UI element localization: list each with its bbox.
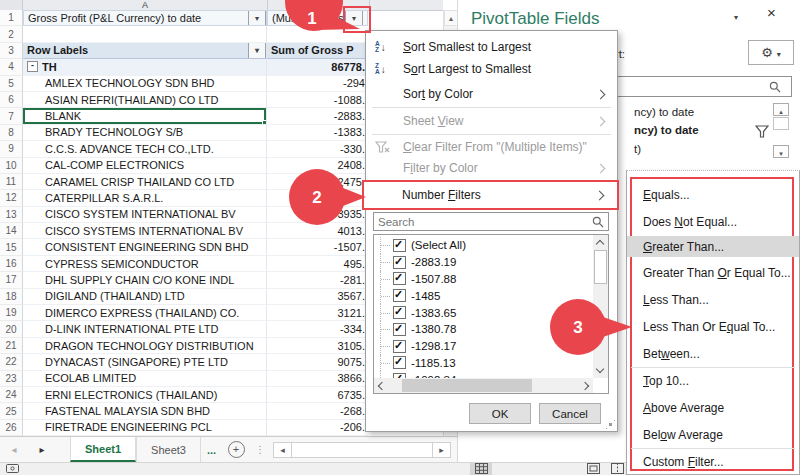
row-number[interactable]: 15 [0, 239, 23, 255]
menu-item-sort-ascending[interactable]: Sort Smallest to Largest [367, 36, 616, 58]
row-number[interactable]: 5 [0, 76, 23, 92]
customer-name-cell[interactable]: DRAGON TECHNOLOGY DISTRIBUTION [23, 338, 267, 354]
normal-view-button[interactable] [470, 463, 492, 475]
empty-cell[interactable] [23, 26, 267, 42]
customer-name-cell[interactable]: CATERPILLAR S.A.R.L. [23, 190, 267, 206]
tab-splitter-handle[interactable] [255, 444, 265, 455]
row-number[interactable]: 7 [0, 108, 23, 124]
cancel-button[interactable]: Cancel [539, 403, 601, 424]
submenu-item-greater-than-or-equal[interactable]: Greater Than Or Equal To... [627, 263, 799, 282]
scroll-up-icon[interactable] [444, 10, 458, 26]
pane-options-icon[interactable] [734, 11, 738, 22]
field-filter-funnel-icon[interactable] [755, 125, 769, 139]
submenu-item-between[interactable]: Between... [627, 344, 799, 363]
resize-grip[interactable] [609, 423, 612, 426]
row-number[interactable]: 26 [0, 420, 23, 436]
list-item[interactable]: -1507.88 [374, 271, 593, 288]
submenu-item-greater-than[interactable]: Greater Than... [627, 236, 799, 257]
customer-name-cell[interactable]: DIGILAND (THAILAND) LTD [23, 289, 267, 305]
column-header-c[interactable] [370, 0, 443, 10]
row-number[interactable]: 20 [0, 321, 23, 337]
checkbox-checked-icon[interactable] [393, 340, 406, 353]
column-header-a[interactable]: A [23, 0, 268, 10]
close-icon[interactable]: × [767, 4, 776, 21]
menu-item-clear-filter[interactable]: Clear Filter From "(Multiple Items)" [367, 137, 616, 157]
sheet-tab-sheet3[interactable]: Sheet3 [136, 437, 201, 462]
value-cell[interactable]: 3121. [267, 305, 368, 321]
horizontal-scrollbar[interactable]: ◂ ▸ [273, 442, 451, 458]
customer-name-cell[interactable]: DYNACAST (SINGAPORE) PTE LTD [23, 354, 267, 370]
customer-name-cell[interactable]: CAL-COMP ELECTRONICS [23, 158, 267, 174]
value-cell[interactable]: -206. [267, 420, 368, 436]
scroll-left-icon[interactable] [378, 382, 386, 390]
submenu-item-equals[interactable]: Equals... [627, 185, 799, 204]
row-number[interactable]: 11 [0, 174, 23, 190]
group-total-value-cell[interactable]: 86778. [267, 59, 368, 75]
new-sheet-icon[interactable] [228, 441, 245, 458]
checkbox-checked-icon[interactable] [393, 356, 406, 369]
field-list-item[interactable]: ncy) to date [634, 124, 699, 136]
customer-name-cell[interactable]: C.C.S. ADVANCE TECH CO.,LTD. [23, 141, 267, 157]
customer-name-cell[interactable]: DHL SUPPLY CHAIN C/O KONE INDL [23, 272, 267, 288]
checkbox-checked-icon[interactable] [393, 256, 406, 269]
row-number[interactable]: 1 [0, 10, 23, 26]
menu-item-sort-descending[interactable]: Sort Largest to Smallest [367, 58, 616, 80]
value-cell[interactable]: 3105. [267, 338, 368, 354]
menu-item-number-filters[interactable]: Number Filters [362, 180, 619, 210]
customer-name-cell[interactable]: CYPRESS SEMICONDUCTOR [23, 256, 267, 272]
ok-button[interactable]: OK [469, 403, 531, 424]
checkbox-checked-icon[interactable] [393, 323, 406, 336]
row-number[interactable]: 16 [0, 256, 23, 272]
list-item[interactable]: -1185.13 [374, 355, 593, 372]
scroll-left-icon[interactable]: ◂ [273, 442, 292, 458]
tools-button[interactable] [748, 40, 794, 65]
row-number[interactable]: 24 [0, 387, 23, 403]
scroll-down-icon[interactable] [596, 365, 604, 373]
submenu-item-does-not-equal[interactable]: Does Not Equal... [627, 212, 799, 231]
list-item[interactable]: (Select All) [374, 237, 593, 254]
value-cell[interactable]: -294 [267, 76, 368, 92]
customer-name-cell[interactable]: AMLEX TECHNOLOGY SDN BHD [23, 76, 267, 92]
value-cell[interactable]: -1088. [267, 92, 368, 108]
value-cell[interactable]: -330. [267, 141, 368, 157]
value-cell[interactable]: 3567. [267, 289, 368, 305]
menu-item-sheet-view[interactable]: Sheet View [367, 111, 616, 131]
customer-name-cell[interactable]: DIMERCO EXPRESS (THAILAND) CO. [23, 305, 267, 321]
more-sheets-button[interactable]: ... [201, 437, 222, 462]
row-number[interactable]: 10 [0, 158, 23, 174]
collapse-group-icon[interactable] [27, 61, 38, 72]
submenu-item-less-than-or-equal[interactable]: Less Than Or Equal To... [627, 317, 799, 336]
row-number[interactable]: 6 [0, 92, 23, 108]
row-number[interactable]: 23 [0, 371, 23, 387]
customer-name-cell[interactable]: CISCO SYSTEMS INTERNATIONAL BV [23, 223, 267, 239]
scroll-down-icon[interactable] [773, 145, 789, 158]
submenu-item-less-than[interactable]: Less Than... [627, 290, 799, 309]
row-number[interactable]: 12 [0, 190, 23, 206]
scrollbar-thumb[interactable] [773, 117, 789, 130]
row-number[interactable]: 22 [0, 354, 23, 370]
scrollbar-thumb[interactable] [402, 379, 532, 392]
checkbox-checked-icon[interactable] [393, 289, 406, 302]
submenu-item-top-10[interactable]: Top 10... [627, 371, 799, 390]
value-cell[interactable]: 6735. [267, 387, 368, 403]
customer-name-cell[interactable]: CONSISTENT ENGINEERING SDN BHD [23, 239, 267, 255]
row-number[interactable]: 2 [0, 26, 23, 42]
value-cell[interactable]: 9075. [267, 354, 368, 370]
page-break-view-button[interactable] [606, 463, 628, 475]
scrollbar-thumb[interactable] [594, 250, 607, 284]
field-list-item[interactable]: ncy) to date [634, 106, 694, 118]
customer-name-cell[interactable]: BLANK [23, 108, 267, 124]
value-cell[interactable]: -334. [267, 321, 368, 337]
cell-a1-field-name[interactable]: Gross Profit (P&L Currency) to date [23, 10, 267, 26]
value-cell[interactable]: 3866. [267, 371, 368, 387]
submenu-item-above-average[interactable]: Above Average [627, 398, 799, 417]
value-cell[interactable]: -281. [267, 272, 368, 288]
submenu-item-custom-filter[interactable]: Custom Filter... [627, 452, 799, 471]
row-number[interactable]: 17 [0, 272, 23, 288]
group-total-cell[interactable]: TH [23, 59, 267, 75]
value-cell[interactable]: -1383. [267, 125, 368, 141]
checkbox-checked-icon[interactable] [393, 239, 406, 252]
customer-name-cell[interactable]: CISCO SYSTEM INTERNATIONAL BV [23, 207, 267, 223]
menu-item-sort-by-color[interactable]: Sort by Color [367, 84, 616, 104]
select-all-corner[interactable] [0, 0, 23, 10]
